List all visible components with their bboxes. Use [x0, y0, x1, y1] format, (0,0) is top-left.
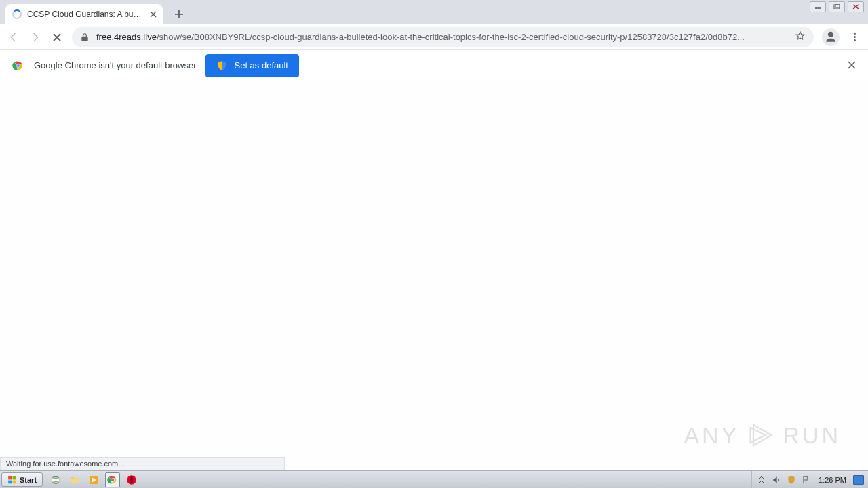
svg-rect-10	[13, 480, 16, 483]
dot-icon	[854, 33, 856, 35]
speaker-icon	[772, 475, 781, 485]
chrome-icon	[12, 60, 24, 72]
stop-reload-button[interactable]	[47, 28, 66, 47]
anyrun-watermark: ANY RUN	[684, 420, 841, 450]
plus-icon	[174, 9, 184, 19]
media-player-icon	[88, 474, 99, 485]
set-default-button[interactable]: Set as default	[205, 54, 299, 77]
browser-toolbar: free.4reads.live/show/se/B08XNBY9RL/ccsp…	[0, 24, 868, 50]
browser-window: CCSP Cloud Guardians: A bulleted lo free…	[0, 0, 868, 470]
close-icon	[848, 61, 856, 69]
chevron-up-icon	[759, 476, 764, 484]
default-browser-infobar: Google Chrome isn't your default browser…	[0, 50, 868, 81]
infobar-dismiss-button[interactable]	[848, 58, 856, 73]
close-window-button[interactable]	[848, 1, 864, 12]
start-button[interactable]: Start	[1, 472, 43, 487]
svg-marker-5	[753, 425, 771, 446]
play-outline-icon	[746, 420, 776, 450]
address-bar[interactable]: free.4reads.live/show/se/B08XNBY9RL/ccsp…	[72, 27, 814, 47]
taskbar-opera-button[interactable]	[124, 472, 139, 487]
svg-point-18	[130, 476, 133, 483]
set-default-label: Set as default	[234, 60, 288, 70]
status-bar: Waiting for use.fontawesome.com...	[0, 457, 285, 470]
person-icon	[824, 30, 837, 44]
maximize-button[interactable]	[829, 1, 845, 12]
tray-shield-button[interactable]	[786, 474, 797, 485]
desktop-icon	[853, 475, 864, 485]
lock-icon	[80, 33, 90, 42]
watermark-text-left: ANY	[684, 422, 739, 449]
tray-expand-button[interactable]	[756, 474, 767, 485]
system-tray: 1:26 PM	[751, 471, 868, 488]
svg-rect-9	[8, 480, 12, 483]
shield-icon	[216, 60, 227, 71]
dot-icon	[854, 36, 856, 38]
tray-flag-button[interactable]	[801, 474, 812, 485]
chrome-icon	[107, 474, 118, 485]
status-text: Waiting for use.fontawesome.com...	[6, 460, 124, 468]
tab-close-button[interactable]	[149, 10, 157, 18]
start-label: Start	[20, 476, 37, 484]
shield-icon	[787, 475, 796, 485]
opera-icon	[126, 474, 137, 485]
bookmark-button[interactable]	[795, 30, 806, 44]
svg-marker-6	[751, 428, 766, 443]
tab-strip: CCSP Cloud Guardians: A bulleted lo	[0, 0, 868, 24]
star-icon	[795, 30, 806, 41]
infobar-message: Google Chrome isn't your default browser	[34, 60, 196, 70]
maximize-icon	[833, 4, 840, 9]
dot-icon	[854, 39, 856, 41]
close-icon	[852, 4, 859, 9]
taskbar-media-button[interactable]	[86, 472, 101, 487]
taskbar-ie-button[interactable]	[48, 472, 63, 487]
profile-button[interactable]	[822, 28, 840, 46]
folder-icon	[69, 474, 80, 485]
window-controls	[810, 1, 864, 12]
tab-title: CCSP Cloud Guardians: A bulleted lo	[27, 9, 142, 19]
new-tab-button[interactable]	[171, 6, 187, 22]
flag-icon	[802, 475, 811, 485]
forward-button[interactable]	[26, 28, 45, 47]
svg-point-16	[111, 478, 114, 481]
minimize-button[interactable]	[810, 1, 826, 12]
url-path: /show/se/B08XNBY9RL/ccsp-cloud-guardians…	[157, 32, 745, 42]
url-host: free.4reads.live	[96, 32, 157, 42]
tray-volume-button[interactable]	[771, 474, 782, 485]
arrow-left-icon	[7, 31, 20, 43]
taskbar-chrome-button[interactable]	[105, 472, 120, 487]
ie-icon	[50, 474, 61, 485]
chrome-menu-button[interactable]	[849, 33, 860, 41]
tray-clock: 1:26 PM	[818, 476, 846, 484]
tab-active[interactable]: CCSP Cloud Guardians: A bulleted lo	[5, 4, 163, 24]
arrow-right-icon	[29, 31, 41, 43]
svg-rect-8	[13, 476, 16, 479]
page-viewport: ANY RUN Waiting for use.fontawesome.com.…	[0, 81, 868, 470]
quick-launch	[48, 471, 139, 488]
taskbar-explorer-button[interactable]	[67, 472, 82, 487]
close-icon	[150, 11, 157, 18]
show-desktop-button[interactable]	[853, 474, 864, 485]
tab-loading-spinner-icon	[12, 9, 22, 19]
svg-rect-7	[8, 476, 12, 479]
minimize-icon	[814, 4, 821, 9]
windows-taskbar: Start 1:26 PM	[0, 470, 868, 488]
windows-flag-icon	[7, 475, 17, 485]
close-icon	[52, 33, 62, 42]
back-button[interactable]	[4, 28, 23, 47]
watermark-text-right: RUN	[783, 422, 841, 449]
svg-rect-0	[834, 5, 840, 9]
